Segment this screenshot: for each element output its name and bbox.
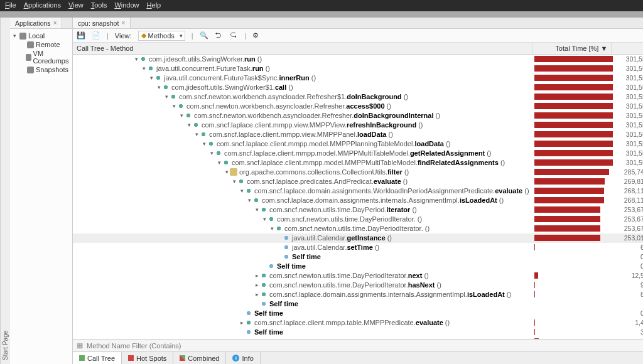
call-tree-row[interactable]: java.util.Calendar.getInstance ()253,013… <box>73 233 643 243</box>
call-tree-row[interactable]: ▾com.sncf.laplace.predicates.AndPredicat… <box>73 177 643 186</box>
method-label: com.sncf.laplace.domain.assignments.inte… <box>269 291 511 298</box>
call-tree-row[interactable]: ▾com.sncf.laplace.domain.assignments.Wor… <box>73 186 643 196</box>
bottom-tab-hot-spots[interactable]: Hot Spots <box>122 352 173 364</box>
menu-window[interactable]: Window <box>114 1 139 10</box>
expand-toggle[interactable]: ▾ <box>231 178 237 185</box>
call-tree-row[interactable]: Self time301 ms (0.1%)301 ms <box>73 328 643 337</box>
menubar[interactable]: FileApplicationsViewToolsWindowHelp <box>0 0 643 11</box>
call-tree-row[interactable]: ▾com.sncf.laplace.domain.assignments.int… <box>73 196 643 205</box>
expand-toggle[interactable]: ▾ <box>246 197 252 203</box>
sidebar-node-remote[interactable]: Remote <box>11 40 71 49</box>
expand-toggle[interactable]: ▾ <box>224 169 230 175</box>
call-tree[interactable]: ▾com.jidesoft.utils.SwingWorker.run ()30… <box>73 55 643 339</box>
expand-toggle[interactable]: ▾ <box>163 94 170 100</box>
sidebar-tab-applications[interactable]: Applications × <box>10 18 62 28</box>
zoom-icon[interactable]: 🔍 <box>200 31 208 40</box>
expand-toggle[interactable]: ▸ <box>254 291 260 297</box>
menu-help[interactable]: Help <box>147 1 161 10</box>
col-total-time[interactable]: Total Time <box>612 43 643 54</box>
menu-file[interactable]: File <box>5 1 16 10</box>
call-tree-row[interactable]: java.util.Calendar.setTime ()663 ms (0.2… <box>73 243 643 252</box>
menu-applications[interactable]: Applications <box>24 1 61 10</box>
call-tree-row[interactable]: ▾com.sncf.newton.workbench.asyncloader.R… <box>73 92 643 102</box>
expand-toggle[interactable]: ▾ <box>239 188 245 194</box>
filter-icon: ▦ <box>77 341 83 350</box>
call-tree-row[interactable]: ▾java.util.concurrent.FutureTask.run ()3… <box>73 64 643 73</box>
close-icon[interactable]: × <box>121 19 125 26</box>
call-tree-row[interactable]: ▸com.sncf.newton.utils.time.DayPeriodIte… <box>73 281 643 290</box>
expand-toggle[interactable]: ▾ <box>261 216 267 222</box>
total-time: 975 ms (0.3%) <box>612 281 643 289</box>
expand-toggle[interactable]: ▸ <box>254 272 260 279</box>
method-icon <box>245 187 252 195</box>
call-tree-row[interactable]: ▾com.sncf.newton.workbench.asyncloader.R… <box>73 102 643 111</box>
call-tree-row[interactable]: Self time0.000 ms (0%)0.000 ms <box>73 309 643 318</box>
call-tree-row[interactable]: ▾com.jidesoft.utils.SwingWorker$1.call (… <box>73 83 643 92</box>
call-tree-row[interactable]: ▸com.sncf.laplace.client.mmpp.table.MMPP… <box>73 318 643 328</box>
expand-toggle[interactable]: ▾ <box>208 150 215 156</box>
call-tree-row[interactable]: ▾com.sncf.laplace.client.mmpp.view.MMPPV… <box>73 120 643 130</box>
start-page-tab[interactable]: Start Page <box>0 18 10 364</box>
call-tree-row[interactable]: ▾com.sncf.newton.workbench.asyncloader.R… <box>73 111 643 120</box>
expand-toggle[interactable]: ▾ <box>156 84 162 90</box>
total-time: 301,554 ms (100%) <box>612 102 643 110</box>
expand-toggle[interactable]: ▾ <box>178 112 185 119</box>
call-tree-row[interactable]: ▾com.sncf.laplace.client.mmpp.model.MMPP… <box>73 158 643 168</box>
total-time: 301,554 ms (100%) <box>612 140 643 147</box>
sidebar-node-local[interactable]: ▾Local <box>11 31 71 40</box>
method-filter-input[interactable] <box>87 342 643 350</box>
expand-toggle[interactable]: ▾ <box>141 65 147 72</box>
nav-back-icon[interactable]: ⮌ <box>215 31 224 40</box>
save-icon[interactable]: 💾 <box>77 31 85 40</box>
bottom-tab-call-tree[interactable]: Call Tree <box>73 352 122 364</box>
call-tree-row[interactable]: Self time0.000 ms (0%)0.000 ms <box>73 262 643 271</box>
call-tree-row[interactable]: ▾com.sncf.newton.utils.time.DayPeriodIte… <box>73 224 643 233</box>
expand-toggle[interactable]: ▾ <box>148 75 154 81</box>
total-time: 0.000 ms (0%) <box>612 309 643 317</box>
call-tree-row[interactable]: ▾com.sncf.newton.utils.time.DayPeriodIte… <box>73 215 643 224</box>
call-tree-row[interactable]: ▾com.sncf.newton.utils.time.DayPeriod.it… <box>73 205 643 215</box>
expand-toggle[interactable]: ▾ <box>216 159 222 166</box>
expand-toggle[interactable]: ▸ <box>254 282 260 288</box>
bottom-tab-info[interactable]: iInfo <box>226 352 260 364</box>
col-total-time-pct[interactable]: Total Time [%]▼ <box>533 43 612 54</box>
close-icon[interactable]: × <box>53 19 57 26</box>
call-tree-row[interactable]: ▾com.sncf.laplace.client.mmpp.view.MMPPP… <box>73 130 643 139</box>
expand-toggle[interactable]: ▾ <box>269 225 275 232</box>
settings-icon[interactable]: ⚙ <box>252 31 261 40</box>
call-tree-row[interactable]: ▾org.apache.commons.collections.Collecti… <box>73 168 643 177</box>
call-tree-row[interactable]: ▾com.sncf.laplace.client.mmpp.model.MMPP… <box>73 149 643 158</box>
sort-desc-icon: ▼ <box>600 45 607 52</box>
expand-toggle[interactable]: ▾ <box>186 122 192 128</box>
bottom-tab-combined[interactable]: Combined <box>173 352 226 364</box>
call-tree-row[interactable]: ▾java.util.concurrent.FutureTask$Sync.in… <box>73 73 643 83</box>
view-select[interactable]: ◆ Methods <box>138 31 185 41</box>
tab-cpu-snapshot[interactable]: cpu: snapshot × <box>73 18 131 28</box>
total-time: 301,554 ms (100%) <box>612 83 643 91</box>
nav-fwd-icon[interactable]: ⮎ <box>230 31 239 40</box>
call-tree-row[interactable]: ▸com.sncf.laplace.domain.assignments.int… <box>73 290 643 299</box>
expand-toggle[interactable]: ▸ <box>239 319 245 326</box>
expand-toggle[interactable]: ▾ <box>254 206 260 213</box>
call-tree-row[interactable]: ▸com.sncf.newton.utils.time.DayPeriodIte… <box>73 271 643 281</box>
bottom-tabs[interactable]: Call TreeHot SpotsCombinediInfo <box>73 351 643 364</box>
call-tree-row[interactable]: ▾com.sncf.laplace.client.mmpp.model.MMPP… <box>73 139 643 149</box>
total-time: 0.000 ms (0%) <box>612 253 643 260</box>
export-icon[interactable]: 📄 <box>92 31 100 40</box>
call-tree-row[interactable]: Self time0.000 ms (0%)0.000 ms <box>73 252 643 262</box>
applications-tree[interactable]: ▾LocalRemoteVM CoredumpsSnapshots <box>10 29 72 77</box>
method-icon <box>245 319 252 326</box>
table-header[interactable]: Call Tree - Method Total Time [%]▼ Total… <box>73 43 643 55</box>
expand-toggle[interactable]: ▾ <box>193 131 200 137</box>
expand-toggle[interactable]: ▾ <box>133 56 139 62</box>
sidebar-node-snapshots[interactable]: Snapshots <box>11 65 71 74</box>
sidebar-node-vm-coredumps[interactable]: VM Coredumps <box>11 49 71 65</box>
call-tree-row[interactable]: Self time23.6 ms (0%)23.6 ms <box>73 299 643 309</box>
call-tree-row[interactable]: ▾com.jidesoft.utils.SwingWorker.run ()30… <box>73 55 643 64</box>
expand-toggle[interactable]: ▾ <box>171 103 177 109</box>
menu-tools[interactable]: Tools <box>91 1 107 10</box>
col-method[interactable]: Call Tree - Method <box>73 43 533 54</box>
menu-view[interactable]: View <box>68 1 84 10</box>
tab-label: Call Tree <box>87 355 115 362</box>
expand-toggle[interactable]: ▾ <box>201 141 207 147</box>
